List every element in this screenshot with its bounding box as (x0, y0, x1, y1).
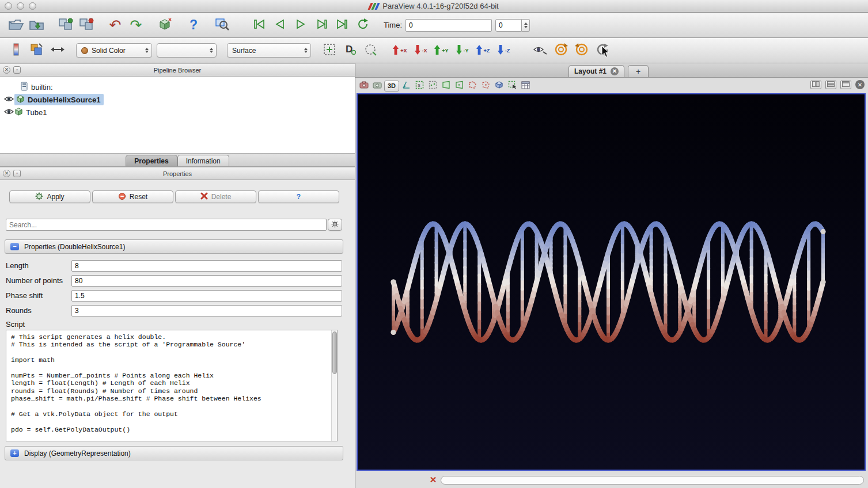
visibility-eye-icon[interactable] (4, 96, 14, 104)
search-options-button[interactable] (328, 219, 342, 231)
axis-plus-y-button[interactable]: +Y (431, 41, 452, 60)
polygon-dots-icon (482, 81, 490, 91)
undo-button[interactable]: ↶ (105, 15, 126, 36)
loop-button[interactable] (352, 15, 373, 36)
interactive-select-cells-button[interactable] (506, 81, 518, 92)
select-polygon-cells-button[interactable] (467, 81, 479, 92)
select-surface-points-button[interactable] (427, 81, 439, 92)
close-dock-icon[interactable]: ✕ (3, 170, 10, 177)
pipeline-item-builtin[interactable]: builtin: (0, 81, 355, 93)
abort-button[interactable]: ✕ (428, 475, 438, 485)
rotate-90-ccw-button[interactable] (571, 40, 592, 61)
edit-color-map-button[interactable] (26, 40, 47, 61)
pipeline-item-source[interactable]: DoubleHelixSource1 (0, 93, 355, 106)
render-view[interactable] (357, 93, 866, 471)
phase-shift-input[interactable] (71, 290, 342, 302)
rounds-input[interactable] (71, 305, 342, 317)
axis-arrow-up-icon (434, 44, 441, 57)
close-dock-icon[interactable]: ✕ (3, 66, 10, 74)
axis-plus-z-button[interactable]: +Z (472, 41, 493, 60)
time-index-stepper[interactable] (522, 19, 530, 32)
next-frame-button[interactable] (311, 15, 332, 36)
representation-dropdown[interactable]: Surface (227, 43, 311, 58)
help-button[interactable]: ? (183, 15, 204, 36)
select-data-button[interactable]: D (340, 40, 361, 61)
close-window-button[interactable] (5, 2, 12, 10)
tab-properties[interactable]: Properties (126, 155, 177, 166)
script-scrollbar[interactable] (331, 330, 337, 441)
rubber-band-pick-button[interactable] (361, 40, 381, 61)
properties-section-header[interactable]: − Properties (DoubleHelixSource1) (5, 239, 343, 254)
open-button[interactable] (6, 15, 26, 36)
toggle-color-legend-button[interactable] (6, 40, 26, 61)
connect-server-button[interactable] (55, 15, 76, 36)
rescale-range-button[interactable] (47, 40, 68, 61)
last-frame-button[interactable] (332, 15, 352, 36)
select-surface-cells-button[interactable]: s (414, 81, 426, 92)
play-button[interactable] (290, 15, 311, 36)
close-layout-icon[interactable]: ✕ (611, 67, 619, 75)
panel-help-button[interactable]: ? (258, 190, 339, 203)
select-frustum-cells-button[interactable] (440, 81, 452, 92)
show-orientation-axes-button[interactable] (400, 81, 412, 92)
select-block-button[interactable] (493, 81, 505, 92)
time-value-input[interactable] (405, 19, 492, 32)
split-horizontal-button[interactable] (810, 81, 821, 89)
axis-minus-z-button[interactable]: -Z (493, 41, 514, 60)
select-frustum-points-button[interactable] (453, 81, 465, 92)
maximize-view-button[interactable] (840, 81, 851, 89)
time-index-input[interactable] (495, 19, 522, 32)
apply-button[interactable]: Apply (9, 190, 90, 203)
disconnect-server-button[interactable] (76, 15, 97, 36)
reset-camera-button[interactable] (154, 15, 175, 36)
color-by-dropdown[interactable]: Solid Color (76, 43, 152, 58)
color-array-dropdown[interactable] (157, 43, 217, 58)
square-cursor-icon (508, 81, 517, 91)
axis-plus-x-button[interactable]: +X (389, 41, 410, 60)
script-editor[interactable]: # This script generates a helix double. … (6, 330, 338, 441)
visibility-eye-icon[interactable] (4, 108, 14, 117)
toggle-3d-button[interactable]: 3D (384, 81, 399, 92)
redo-button[interactable]: ↷ (126, 15, 146, 36)
axis-arrow-down-icon (456, 44, 463, 57)
zoom-to-box-button[interactable] (319, 40, 340, 61)
length-input[interactable] (71, 260, 342, 272)
reset-rotation-button[interactable] (592, 40, 613, 61)
folder-save-icon (29, 18, 45, 32)
pipeline-item-filter[interactable]: Tube1 (0, 106, 355, 119)
pipeline-browser-title: Pipeline Browser (154, 67, 202, 74)
collapse-icon[interactable]: − (10, 243, 19, 250)
undock-icon[interactable]: ◦ (13, 170, 21, 177)
zoom-window-button[interactable] (29, 2, 36, 10)
layout-tab[interactable]: Layout #1 ✕ (568, 65, 624, 77)
axis-minus-y-button[interactable]: -Y (452, 41, 472, 60)
first-frame-button[interactable] (249, 15, 270, 36)
screenshot-button[interactable] (358, 81, 370, 92)
minimize-window-button[interactable] (17, 2, 24, 10)
previous-frame-button[interactable] (270, 15, 290, 36)
axis-minus-x-button[interactable]: -X (410, 41, 431, 60)
undock-icon[interactable]: ◦ (13, 66, 21, 74)
add-layout-tab[interactable]: + (628, 65, 649, 77)
expand-icon[interactable]: + (10, 449, 19, 457)
search-input[interactable] (6, 219, 327, 231)
render-canvas[interactable] (358, 94, 865, 470)
tab-information[interactable]: Information (177, 155, 229, 166)
adjust-camera-button[interactable] (371, 81, 383, 92)
dashed-square-dots-icon (429, 81, 437, 91)
number-of-points-input[interactable] (71, 275, 342, 287)
pick-center-button[interactable] (530, 40, 551, 61)
close-view-button[interactable]: ✕ (855, 80, 865, 89)
display-section-header[interactable]: + Display (GeometryRepresentation) (5, 446, 343, 460)
script-text[interactable]: # This script generates a helix double. … (6, 330, 337, 436)
find-data-button[interactable] (212, 15, 233, 36)
split-horizontal-icon (812, 81, 820, 89)
rescale-icon (50, 44, 65, 56)
spreadsheet-view-button[interactable] (520, 81, 532, 92)
rotate-90-cw-button[interactable] (551, 40, 571, 61)
select-polygon-points-button[interactable] (480, 81, 492, 92)
reset-button[interactable]: Reset (92, 190, 173, 203)
save-button[interactable] (26, 15, 47, 36)
split-vertical-button[interactable] (825, 81, 836, 89)
delete-button[interactable]: Delete (175, 190, 256, 203)
